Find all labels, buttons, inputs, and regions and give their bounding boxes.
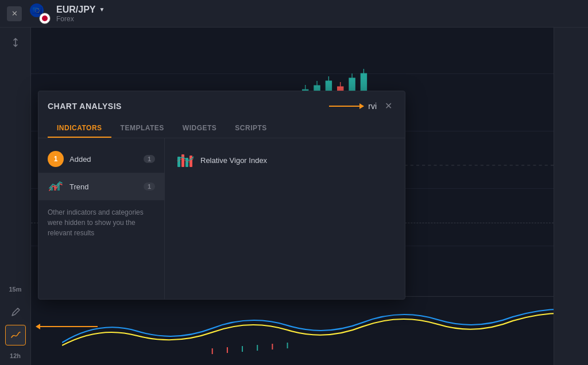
symbol-chevron: ▼ [99, 6, 105, 13]
left-sidebar: 15m 12h [0, 28, 31, 365]
arrow-annotation [36, 324, 98, 329]
price-axis [554, 28, 588, 365]
timeframe-label: 15m [9, 286, 21, 293]
jp-flag [39, 13, 51, 24]
tab-widgets[interactable]: WIDGETS [173, 119, 226, 138]
categories-panel: 1 Added 1 Trend 1 [38, 138, 165, 299]
arrow-line [40, 326, 98, 327]
svg-rect-59 [51, 187, 53, 191]
tab-scripts[interactable]: SCRIPTS [226, 119, 276, 138]
svg-rect-63 [181, 154, 184, 167]
indicator-svg [62, 297, 588, 365]
modal-close-button[interactable]: ✕ [381, 99, 396, 112]
added-count-icon: 1 [48, 151, 64, 167]
svg-rect-60 [54, 185, 56, 191]
search-value: rvi [368, 102, 377, 111]
symbol-info[interactable]: EUR/JPY ▼ Forex [56, 5, 105, 23]
modal-header: CHART ANALYSIS rvi ✕ [38, 91, 405, 112]
tab-indicators[interactable]: INDICATORS [48, 119, 111, 138]
sidebar-timeframe-button[interactable]: 15m [5, 279, 26, 300]
results-panel: Relative Vigor Index [165, 138, 405, 299]
sidebar-draw-button[interactable] [5, 302, 26, 323]
draw-icon [10, 307, 21, 317]
timeframe2-label: 12h [10, 352, 21, 359]
category-added-label: Added [69, 155, 138, 164]
modal-body: 1 Added 1 Trend 1 [38, 138, 405, 299]
symbol-label: EUR/JPY [56, 5, 95, 15]
close-icon: ✕ [11, 9, 18, 18]
indicator-rvi-label: Relative Vigor Index [200, 156, 267, 165]
indicator-item-rvi[interactable]: Relative Vigor Index [172, 145, 398, 175]
arrow-line-icon [329, 106, 363, 107]
indicator-icon [10, 330, 21, 340]
rvi-chart-icon [176, 152, 195, 168]
tab-templates[interactable]: TEMPLATES [111, 119, 173, 138]
currency-flags: 🇪🇺 [30, 3, 51, 24]
symbol-name-row: EUR/JPY ▼ [56, 5, 105, 15]
category-trend[interactable]: Trend 1 [38, 173, 164, 200]
arrows-icon [10, 37, 21, 48]
trend-chart-icon [48, 180, 63, 193]
category-trend-label: Trend [69, 182, 138, 191]
sidebar-indicator-button[interactable] [5, 325, 26, 345]
arrow-head-icon [36, 324, 40, 329]
added-badge: 1 [144, 155, 155, 163]
trend-badge: 1 [144, 182, 155, 191]
category-added[interactable]: 1 Added 1 [38, 145, 164, 173]
search-arrow: rvi [329, 102, 377, 111]
symbol-type: Forex [56, 15, 105, 23]
modal-title: CHART ANALYSIS [48, 102, 122, 111]
indicator-panel [62, 296, 588, 365]
rvi-icon-box [176, 151, 195, 169]
search-area: rvi ✕ [329, 99, 396, 112]
top-bar: ✕ 🇪🇺 EUR/JPY ▼ Forex [0, 0, 588, 28]
svg-rect-61 [57, 183, 60, 191]
modal-tabs: INDICATORS TEMPLATES WIDGETS SCRIPTS [38, 119, 405, 138]
sidebar-arrows-button[interactable] [5, 32, 26, 53]
chart-analysis-modal: CHART ANALYSIS rvi ✕ INDICATORS TEMPLATE… [38, 91, 405, 300]
trend-icon [48, 178, 64, 195]
close-window-button[interactable]: ✕ [7, 6, 22, 21]
hidden-categories-note: Other indicators and categories were hid… [38, 200, 164, 245]
